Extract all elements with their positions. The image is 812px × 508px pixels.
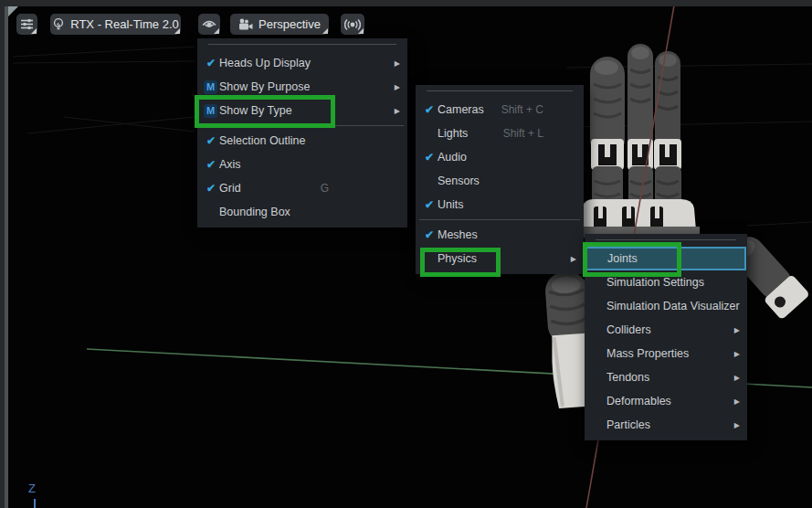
menu-tear-line	[427, 90, 573, 91]
chevron-right-icon: ▶	[395, 83, 400, 91]
axis-gizmo-z-line	[34, 499, 36, 508]
menu-item-mass-properties[interactable]: Mass Properties ▶	[585, 342, 747, 365]
menu-item-label: Colliders	[606, 323, 651, 336]
menu-item-selection-outline[interactable]: ✔ Selection Outline	[197, 129, 407, 153]
chevron-right-icon: ▶	[395, 59, 400, 68]
menu-item-label: Cameras	[438, 103, 484, 116]
menu-item-label: Lights	[438, 127, 468, 140]
menu-item-label: Meshes	[438, 228, 478, 241]
menu-item-shortcut: Shift + C	[501, 103, 543, 116]
menu-item-label: Bounding Box	[219, 206, 290, 218]
check-icon: ✔	[421, 198, 438, 211]
menu-item-label: Sensors	[438, 175, 480, 187]
chevron-right-icon: ▶	[734, 326, 740, 334]
menu-item-label: Mass Properties	[606, 347, 689, 360]
check-icon: ✔	[203, 134, 219, 147]
check-icon: ✔	[203, 182, 219, 195]
menu-item-label: Selection Outline	[219, 134, 306, 147]
chevron-right-icon: ▶	[395, 107, 400, 115]
chevron-right-icon: ▶	[734, 397, 740, 406]
viewport-settings-button[interactable]	[16, 14, 37, 35]
visibility-button[interactable]	[198, 14, 220, 35]
menu-item-lights[interactable]: Lights Shift + L	[416, 122, 584, 145]
menu-item-shortcut: G	[321, 182, 329, 195]
menu-item-meshes[interactable]: ✔ Meshes	[416, 223, 584, 247]
display-options-menu: ✔ Heads Up Display ▶ M Show By Purpose ▶…	[197, 38, 407, 228]
camera-selector-label: Perspective	[258, 17, 321, 31]
check-icon: ✔	[203, 57, 219, 69]
menu-item-label: Units	[438, 198, 463, 211]
show-by-type-submenu: ✔ Cameras Shift + C Lights Shift + L ✔ A…	[416, 85, 584, 274]
annotation-box-joints	[583, 242, 681, 277]
lightbulb-icon	[52, 17, 65, 32]
menu-item-tendons[interactable]: Tendons ▶	[585, 365, 747, 389]
menu-item-label: Audio	[438, 151, 467, 164]
m-badge-icon: M	[204, 80, 217, 94]
render-mode-label: RTX - Real-Time 2.0	[70, 17, 178, 31]
chevron-right-icon: ▶	[734, 350, 740, 358]
menu-item-audio[interactable]: ✔ Audio	[416, 145, 584, 169]
eye-icon	[202, 19, 216, 30]
menu-item-shortcut: Shift + L	[503, 127, 543, 140]
annotation-box-show-by-type	[195, 95, 335, 128]
check-icon: ✔	[421, 103, 438, 116]
camera-selector-button[interactable]: Perspective	[230, 14, 329, 35]
menu-item-simulation-data-visualizer[interactable]: Simulation Data Visualizer	[585, 294, 747, 318]
menu-item-deformables[interactable]: Deformables ▶	[585, 389, 747, 413]
menu-item-sensors[interactable]: Sensors	[416, 169, 584, 193]
menu-item-cameras[interactable]: ✔ Cameras Shift + C	[416, 98, 584, 122]
menu-item-units[interactable]: ✔ Units	[416, 193, 584, 217]
menu-item-bounding-box[interactable]: Bounding Box	[197, 200, 407, 224]
menu-item-label: Deformables	[606, 395, 671, 407]
menu-item-label: Simulation Settings	[606, 276, 704, 289]
window-frame-left-highlight	[5, 0, 8, 508]
chevron-right-icon: ▶	[734, 374, 740, 382]
menu-item-label: Particles	[606, 418, 650, 431]
menu-item-colliders[interactable]: Colliders ▶	[585, 318, 747, 342]
menu-separator	[419, 219, 580, 220]
check-icon: ✔	[421, 151, 438, 164]
video-camera-icon	[238, 18, 253, 31]
viewport-window: Z RTX - Real-Time 2.0	[0, 0, 812, 508]
render-mode-button[interactable]: RTX - Real-Time 2.0	[50, 14, 181, 35]
window-frame-top	[0, 0, 812, 6]
axis-gizmo-z-label: Z	[28, 482, 36, 495]
menu-item-label: Grid	[219, 182, 241, 195]
menu-item-label: Simulation Data Visualizer	[606, 300, 740, 312]
chevron-right-icon: ▶	[571, 255, 576, 263]
menu-item-label: Axis	[219, 158, 241, 171]
menu-item-label: Show By Purpose	[219, 80, 310, 93]
annotation-box-physics	[420, 248, 501, 277]
menu-tear-line	[208, 44, 396, 45]
menu-item-axis[interactable]: ✔ Axis	[197, 153, 407, 176]
menu-item-label: Tendons	[606, 371, 649, 384]
check-icon: ✔	[203, 158, 219, 171]
menu-item-particles[interactable]: Particles ▶	[585, 413, 747, 437]
broadcast-button[interactable]	[341, 14, 364, 35]
menu-item-label: Heads Up Display	[219, 57, 311, 69]
menu-item-heads-up-display[interactable]: ✔ Heads Up Display ▶	[197, 51, 407, 75]
sliders-icon	[20, 17, 34, 31]
menu-item-grid[interactable]: ✔ Grid G	[197, 176, 407, 200]
chevron-right-icon: ▶	[734, 421, 740, 429]
broadcast-icon	[344, 18, 361, 31]
check-icon: ✔	[421, 228, 438, 241]
grid-lines	[13, 47, 812, 226]
menu-tear-line	[596, 239, 736, 240]
